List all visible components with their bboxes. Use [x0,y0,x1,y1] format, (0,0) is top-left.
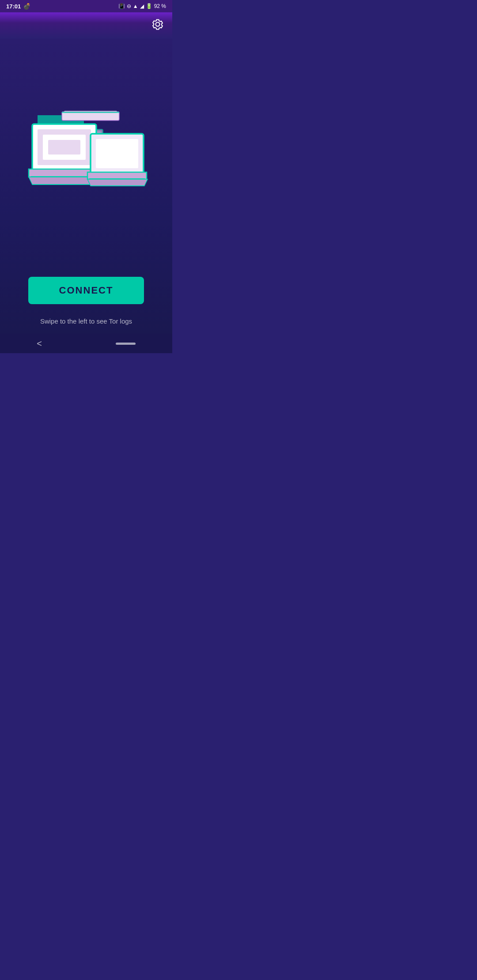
svg-rect-13 [48,140,80,155]
vibrate-icon: 📳 [118,3,125,9]
header-area [0,12,172,39]
main-content: CONNECT Swipe to the left to see Tor log… [0,39,172,334]
nav-bar: < [0,334,172,353]
svg-rect-21 [87,172,147,179]
battery-label: 92 % [154,3,166,9]
illustration-area [9,48,163,277]
status-bar: 17:01 💣 📳 ⊖ ▲ ◢ 🔋 92 % [0,0,172,12]
svg-marker-16 [29,177,96,185]
status-time: 17:01 💣 [6,3,30,10]
settings-icon[interactable] [152,19,163,33]
svg-marker-23 [87,179,148,186]
connect-section: CONNECT Swipe to the left to see Tor log… [9,277,163,329]
battery-icon: 🔋 [146,3,152,9]
bomb-icon: 💣 [23,3,30,10]
connect-button[interactable]: CONNECT [28,277,144,304]
svg-rect-27 [62,112,119,113]
status-icons: 📳 ⊖ ▲ ◢ 🔋 92 % [118,3,166,9]
back-button[interactable]: < [37,339,42,349]
signal-icon: ◢ [140,3,144,9]
swipe-hint-label: Swipe to the left to see Tor logs [40,317,132,325]
home-indicator[interactable] [116,343,136,345]
clock-label: 17:01 [6,3,21,10]
svg-rect-20 [96,139,138,168]
laptop-illustration [24,107,148,218]
mute-icon: ⊖ [127,3,131,9]
wifi-icon: ▲ [133,3,138,9]
